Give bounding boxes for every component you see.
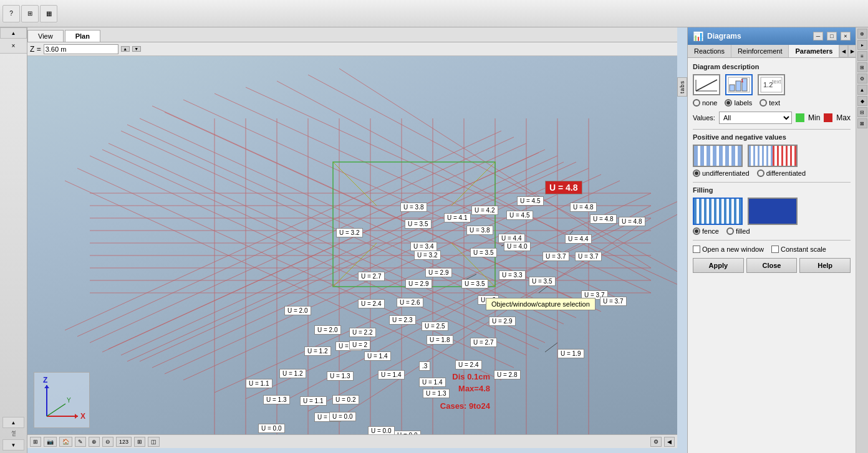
svg-line-58 — [451, 162, 495, 206]
z-input[interactable] — [44, 44, 118, 54]
view-tab[interactable]: View — [27, 30, 64, 42]
bottom-btn3[interactable]: 🏠 — [59, 437, 72, 447]
undifferentiated-icon[interactable] — [693, 145, 743, 167]
radio-diff-circle — [757, 169, 764, 177]
bottom-btn-right2[interactable]: ◀ — [664, 437, 675, 447]
minimize-button[interactable]: ─ — [813, 32, 823, 41]
u-label: U = 1.2 — [279, 369, 306, 378]
rs-icon5[interactable]: ⚙ — [857, 74, 867, 83]
main-layout: ▲ × ▲ nit ▼ View Plan Z = ▲ ▼ — [0, 27, 868, 453]
close-button[interactable]: × — [841, 32, 851, 41]
values-select[interactable]: All Min Max — [719, 112, 792, 124]
bottom-btn6[interactable]: ⊖ — [102, 437, 113, 447]
tab-reactions[interactable]: Reactions — [688, 45, 731, 57]
svg-text:Z: Z — [43, 376, 47, 384]
left-tab-close[interactable]: × — [0, 39, 27, 54]
pos-neg-radio-group: undifferentiated differentiated — [693, 169, 851, 177]
bottom-btn2[interactable]: 📷 — [44, 437, 57, 447]
constant-scale-box — [771, 246, 779, 253]
canvas-area[interactable]: U = 4.8 U = 4.5 U = 3.8 U = 4.2 U = 4.8 … — [27, 56, 677, 434]
radio-none[interactable]: none — [693, 99, 717, 107]
rs-icon7[interactable]: ◆ — [857, 96, 867, 106]
u-label: U = 1.3 — [327, 371, 354, 381]
svg-line-5 — [215, 93, 651, 293]
options-row: Open a new window Constant scale — [693, 246, 851, 253]
grid-button[interactable]: ⊞ — [21, 5, 39, 22]
plan-tab[interactable]: Plan — [65, 30, 100, 42]
svg-marker-70 — [44, 385, 49, 388]
fence-icon[interactable] — [693, 198, 743, 225]
apply-button[interactable]: Apply — [693, 258, 744, 273]
rs-icon8[interactable]: ⊟ — [857, 107, 867, 117]
radio-undifferentiated[interactable]: undifferentiated — [693, 169, 750, 177]
z-arrow-down[interactable]: ▼ — [132, 46, 141, 52]
rs-icon9[interactable]: ⊠ — [857, 118, 867, 128]
viewport-tabs: View Plan — [27, 27, 677, 42]
u-label: U = 0.0 — [394, 431, 421, 434]
radio-diff-label: differentiated — [766, 169, 806, 177]
maximize-button[interactable]: □ — [827, 32, 837, 41]
bottom-btn7[interactable]: 123 — [116, 437, 132, 447]
diagrams-panel: 📊 Diagrams ─ □ × Reactions Reinforcement… — [687, 27, 856, 453]
constant-scale-checkbox[interactable]: Constant scale — [771, 246, 826, 253]
radio-differentiated[interactable]: differentiated — [757, 169, 806, 177]
action-buttons: Apply Close Help — [693, 258, 851, 273]
help-button[interactable]: ? — [2, 5, 20, 22]
u-label: U = 3.5 — [470, 248, 497, 257]
u-label: U = 3.7 — [542, 252, 569, 261]
u-label: U = 4.0 — [504, 242, 531, 251]
vert-tabs-label[interactable]: tabs — [677, 77, 687, 97]
lines-diagram-icon[interactable] — [693, 74, 720, 95]
rs-icon3[interactable]: ≡ — [857, 51, 867, 61]
help-button-action[interactable]: Help — [799, 258, 851, 273]
bottom-btn1[interactable]: ⊞ — [30, 437, 41, 447]
svg-line-12 — [65, 181, 501, 380]
left-scroll-up[interactable]: ▲ — [0, 27, 27, 39]
radio-filled[interactable]: filled — [726, 227, 750, 235]
bottom-btn4[interactable]: ✎ — [75, 437, 86, 447]
tab-reinforcement[interactable]: Reinforcement — [731, 45, 789, 57]
filling-radio-group: fence filled — [693, 227, 851, 235]
radio-labels-circle — [725, 99, 732, 107]
bottom-btn5[interactable]: ⊕ — [89, 437, 100, 447]
unit-panel: ▲ nit ▼ — [0, 414, 27, 453]
radio-labels[interactable]: labels — [725, 99, 752, 107]
radio-text[interactable]: text — [760, 99, 780, 107]
tab-nav-left[interactable]: ◀ — [839, 45, 848, 57]
u-label: U = 2.5 — [422, 322, 448, 331]
tab-parameters[interactable]: Parameters — [789, 45, 839, 57]
svg-line-8 — [127, 125, 564, 324]
left-scroll-up2[interactable]: ▲ — [2, 417, 24, 428]
rs-icon4[interactable]: ⊞ — [857, 62, 867, 72]
bottom-btn-right1[interactable]: ⚙ — [650, 437, 662, 447]
filling-icons-row — [693, 198, 851, 225]
z-arrow-up[interactable]: ▲ — [121, 46, 130, 52]
close-button-action[interactable]: Close — [746, 258, 798, 273]
u-label: U = 3.5 — [529, 277, 556, 286]
left-scroll-down[interactable]: ▼ — [2, 439, 24, 451]
u-label: U = 2.0 — [314, 325, 341, 335]
max-indicator — [824, 113, 832, 122]
rs-icon2[interactable]: ▸ — [857, 40, 867, 50]
rs-icon1[interactable]: ⊕ — [857, 29, 867, 39]
table-button[interactable]: ▦ — [40, 5, 57, 22]
z-bar: Z = ▲ ▼ — [27, 42, 677, 56]
radio-fence-circle — [693, 227, 700, 235]
svg-line-13 — [308, 75, 677, 274]
u-label: U = 3.3 — [499, 270, 526, 280]
text-diagram-icon[interactable]: 1.2 text — [758, 74, 785, 95]
svg-line-14 — [339, 69, 651, 268]
filled-icon[interactable] — [748, 198, 798, 225]
rs-icon6[interactable]: ▲ — [857, 85, 867, 95]
differentiated-icon[interactable] — [748, 145, 798, 167]
radio-fence[interactable]: fence — [693, 227, 719, 235]
bottom-btn9[interactable]: ◫ — [148, 437, 160, 447]
svg-line-4 — [183, 100, 620, 299]
open-new-window-checkbox[interactable]: Open a new window — [693, 246, 764, 253]
u-label: U = 3.5 — [461, 279, 488, 288]
u-label: U = 0.0 — [368, 426, 395, 434]
bottom-btn8[interactable]: ⊞ — [134, 437, 145, 447]
u-label: U = 0.0 — [258, 424, 285, 433]
bars-diagram-icon[interactable]: 1 — [725, 74, 753, 95]
open-new-window-box — [693, 246, 700, 253]
